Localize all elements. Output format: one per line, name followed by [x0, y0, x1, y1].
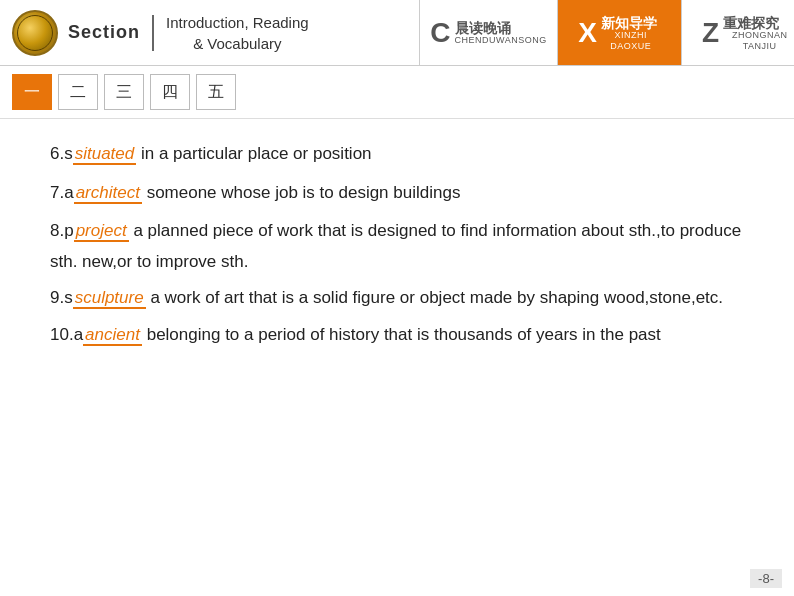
sub-nav-btn-5[interactable]: 五: [196, 74, 236, 110]
vocab-item-9: 9.ssculpture a work of art that is a sol…: [50, 283, 754, 314]
tab-c-row: C 晨读晚诵 CHENDUWANSONG: [430, 19, 546, 47]
sub-nav-btn-2[interactable]: 二: [58, 74, 98, 110]
sub-nav-btn-4[interactable]: 四: [150, 74, 190, 110]
logo-icon: [12, 10, 58, 56]
logo-inner: [17, 15, 53, 51]
tab-c-letter: C: [430, 19, 450, 47]
vocab-10-prefix: a: [74, 325, 83, 344]
main-content: 6.ssituated in a particular place or pos…: [0, 119, 794, 377]
sub-nav-btn-1[interactable]: 一: [12, 74, 52, 110]
vocab-item-8: 8.pproject a planned piece of work that …: [50, 216, 754, 277]
vocab-9-answer: sculpture: [73, 288, 146, 309]
sub-nav-btn-3[interactable]: 三: [104, 74, 144, 110]
vocab-7-def: someone whose job is to design buildings: [147, 183, 461, 202]
vocab-item-10: 10.aancient belonging to a period of his…: [50, 320, 754, 351]
vocab-item-7: 7.aarchitect someone whose job is to des…: [50, 178, 754, 209]
tab-z-letter: Z: [702, 19, 719, 47]
vocab-6-answer: situated: [73, 144, 137, 165]
tab-z-labels: 重难探究 ZHONGNAN TANJIU: [723, 14, 794, 52]
section-text: Section Introduction, Reading & Vocabula…: [68, 12, 309, 54]
tab-c-main: 晨读晚诵: [455, 21, 547, 35]
vocab-item-6: 6.ssituated in a particular place or pos…: [50, 139, 754, 170]
tab-x-letter: X: [578, 19, 597, 47]
page-number: -8-: [750, 569, 782, 588]
vocab-7-prefix: a: [64, 183, 73, 202]
tab-x[interactable]: X 新知导学 XINZHI DAOXUE: [558, 0, 682, 65]
tab-x-sub: XINZHI DAOXUE: [601, 30, 661, 52]
tab-x-main: 新知导学: [601, 16, 661, 30]
vocab-6-prefix: s: [64, 144, 73, 163]
vocab-6-number: 6.: [50, 144, 64, 163]
vocab-9-number: 9.: [50, 288, 64, 307]
header: Section Introduction, Reading & Vocabula…: [0, 0, 794, 66]
header-nav: C 晨读晚诵 CHENDUWANSONG X 新知导学 XINZHI DAOXU…: [420, 0, 794, 65]
sub-nav: 一 二 三 四 五: [0, 66, 794, 119]
vocab-8-answer: project: [74, 221, 129, 242]
vocab-8-number: 8.: [50, 221, 64, 240]
vocab-7-number: 7.: [50, 183, 64, 202]
vocab-8-def: a planned piece of work that is designed…: [50, 221, 741, 271]
tab-c-labels: 晨读晚诵 CHENDUWANSONG: [455, 19, 547, 46]
tab-z[interactable]: Z 重难探究 ZHONGNAN TANJIU: [682, 0, 794, 65]
tab-x-row: X 新知导学 XINZHI DAOXUE: [578, 14, 661, 52]
vocab-8-prefix: p: [64, 221, 73, 240]
vocab-10-number: 10.: [50, 325, 74, 344]
vocab-9-prefix: s: [64, 288, 73, 307]
tab-z-main: 重难探究: [723, 16, 794, 30]
tab-x-labels: 新知导学 XINZHI DAOXUE: [601, 14, 661, 52]
vocab-10-def: belonging to a period of history that is…: [147, 325, 661, 344]
tab-z-row: Z 重难探究 ZHONGNAN TANJIU: [702, 14, 794, 52]
vocab-9-def: a work of art that is a solid figure or …: [150, 288, 723, 307]
intro-text: Introduction, Reading & Vocabulary: [166, 12, 309, 54]
divider: [152, 15, 154, 51]
tab-z-sub: ZHONGNAN TANJIU: [723, 30, 794, 52]
vocab-7-answer: architect: [74, 183, 142, 204]
section-label: Section: [68, 22, 140, 43]
header-left: Section Introduction, Reading & Vocabula…: [0, 0, 420, 65]
tab-c[interactable]: C 晨读晚诵 CHENDUWANSONG: [420, 0, 558, 65]
tab-c-sub: CHENDUWANSONG: [455, 35, 547, 46]
vocab-6-def: in a particular place or position: [141, 144, 372, 163]
vocab-10-answer: ancient: [83, 325, 142, 346]
